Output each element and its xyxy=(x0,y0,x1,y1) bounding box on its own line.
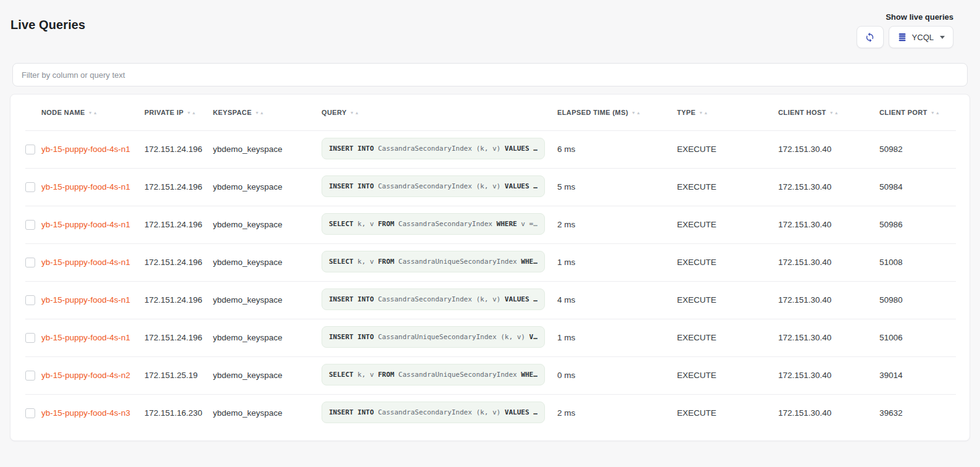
sql-keyword: SELECT xyxy=(329,371,354,379)
sql-text: CassandraUniqueSecondaryIndex (k, v) xyxy=(374,333,525,341)
topbar: Live Queries Show live queries xyxy=(0,0,980,48)
node-name-link[interactable]: yb-15-puppy-food-4s-n2 xyxy=(41,371,130,380)
column-header-node-name[interactable]: NODE NAME▼▲ xyxy=(41,95,144,130)
sql-keyword: INSERT INTO xyxy=(329,182,374,190)
column-header-client-port[interactable]: CLIENT PORT▼▲ xyxy=(879,95,956,130)
query-cell: SELECT k, v FROM CassandraSecondaryIndex… xyxy=(322,206,557,243)
query-chip: INSERT INTO CassandraUniqueSecondaryInde… xyxy=(322,326,545,348)
api-selector-value: YCQL xyxy=(912,33,934,42)
column-header-query[interactable]: QUERY▼▲ xyxy=(322,95,557,130)
sql-text: CassandraSecondaryIndex (k, v) xyxy=(374,182,500,190)
chevron-down-icon xyxy=(940,36,945,39)
query-cell: INSERT INTO CassandraSecondaryIndex (k, … xyxy=(322,168,557,206)
live-queries-table: NODE NAME▼▲PRIVATE IP▼▲KEYSPACE▼▲QUERY▼▲… xyxy=(25,95,956,432)
sql-keyword: INSERT INTO xyxy=(329,333,374,341)
node-name-cell: yb-15-puppy-food-4s-n1 xyxy=(41,319,144,356)
row-checkbox[interactable] xyxy=(25,408,35,418)
node-name-link[interactable]: yb-15-puppy-food-4s-n1 xyxy=(41,295,130,305)
sql-keyword: VALUES … xyxy=(500,295,538,303)
client-port-cell: 50982 xyxy=(879,130,956,168)
sql-keyword: V… xyxy=(525,333,538,341)
query-chip: INSERT INTO CassandraSecondaryIndex (k, … xyxy=(322,138,545,159)
table-row: yb-15-puppy-food-4s-n3172.151.16.230ybde… xyxy=(25,394,956,432)
sql-text: CassandraSecondaryIndex xyxy=(394,220,492,228)
column-header-type[interactable]: TYPE▼▲ xyxy=(677,95,778,130)
client-port-cell: 51006 xyxy=(879,319,956,356)
sort-icons[interactable]: ▼▲ xyxy=(88,111,98,115)
client-host-cell: 172.151.30.40 xyxy=(778,281,879,319)
sql-text: k, v xyxy=(354,371,374,379)
row-checkbox[interactable] xyxy=(25,145,35,154)
node-name-link[interactable]: yb-15-puppy-food-4s-n3 xyxy=(41,408,130,418)
toolbar: Show live queries YCQ xyxy=(857,12,953,48)
refresh-button[interactable] xyxy=(857,26,884,48)
keyspace-cell: ybdemo_keyspace xyxy=(213,356,322,394)
row-checkbox[interactable] xyxy=(25,333,35,343)
sql-keyword: VALUES … xyxy=(500,145,538,153)
column-header-label: ELAPSED TIME (MS) xyxy=(557,109,628,116)
query-chip: INSERT INTO CassandraSecondaryIndex (k, … xyxy=(322,175,545,197)
database-icon xyxy=(897,32,907,42)
sort-icons[interactable]: ▼▲ xyxy=(350,111,360,115)
row-checkbox[interactable] xyxy=(25,220,35,230)
column-header-label: PRIVATE IP xyxy=(144,109,184,116)
row-checkbox[interactable] xyxy=(25,182,35,192)
query-chip: INSERT INTO CassandraSecondaryIndex (k, … xyxy=(322,288,545,310)
node-name-cell: yb-15-puppy-food-4s-n1 xyxy=(41,130,144,168)
row-checkbox[interactable] xyxy=(25,258,35,267)
sort-icons[interactable]: ▼▲ xyxy=(255,111,265,115)
node-name-cell: yb-15-puppy-food-4s-n1 xyxy=(41,206,144,243)
queries-table-card: NODE NAME▼▲PRIVATE IP▼▲KEYSPACE▼▲QUERY▼▲… xyxy=(10,94,970,441)
column-header-label: CLIENT PORT xyxy=(879,109,928,116)
node-name-cell: yb-15-puppy-food-4s-n1 xyxy=(41,281,144,319)
node-name-link[interactable]: yb-15-puppy-food-4s-n1 xyxy=(41,333,130,342)
private-ip-cell: 172.151.24.196 xyxy=(144,281,213,319)
row-select-cell xyxy=(25,130,41,168)
column-header-private-ip[interactable]: PRIVATE IP▼▲ xyxy=(144,95,213,130)
row-checkbox[interactable] xyxy=(25,371,35,381)
client-host-cell: 172.151.30.40 xyxy=(778,168,879,206)
show-live-queries-label: Show live queries xyxy=(886,12,953,22)
node-name-link[interactable]: yb-15-puppy-food-4s-n1 xyxy=(41,182,130,191)
sort-icons[interactable]: ▼▲ xyxy=(631,111,641,115)
type-cell: EXECUTE xyxy=(677,394,778,432)
keyspace-cell: ybdemo_keyspace xyxy=(213,168,322,206)
sort-icons[interactable]: ▼▲ xyxy=(931,111,941,115)
row-select-cell xyxy=(25,281,41,319)
sort-icons[interactable]: ▼▲ xyxy=(829,111,839,115)
row-checkbox[interactable] xyxy=(25,295,35,305)
type-cell: EXECUTE xyxy=(677,243,778,281)
elapsed-time-cell: 5 ms xyxy=(557,168,677,206)
table-row: yb-15-puppy-food-4s-n1172.151.24.196ybde… xyxy=(25,243,956,281)
sql-text: CassandraUniqueSecondaryIndex xyxy=(394,371,517,379)
client-host-cell: 172.151.30.40 xyxy=(778,394,879,432)
sort-icons[interactable]: ▼▲ xyxy=(699,111,708,115)
column-header-label: QUERY xyxy=(322,109,347,116)
table-row: yb-15-puppy-food-4s-n2172.151.25.19ybdem… xyxy=(25,356,956,394)
page-title: Live Queries xyxy=(10,18,85,32)
sql-keyword: WHE… xyxy=(517,371,538,379)
sql-text: CassandraSecondaryIndex (k, v) xyxy=(374,145,500,153)
row-select-cell xyxy=(25,206,41,243)
table-header-row: NODE NAME▼▲PRIVATE IP▼▲KEYSPACE▼▲QUERY▼▲… xyxy=(25,95,956,130)
column-header-client-host[interactable]: CLIENT HOST▼▲ xyxy=(778,95,879,130)
column-header-label: KEYSPACE xyxy=(213,109,252,116)
query-chip: SELECT k, v FROM CassandraSecondaryIndex… xyxy=(322,213,545,235)
filter-input[interactable] xyxy=(12,63,968,86)
sort-icons[interactable]: ▼▲ xyxy=(187,111,197,115)
node-name-link[interactable]: yb-15-puppy-food-4s-n1 xyxy=(41,220,130,229)
query-cell: INSERT INTO CassandraSecondaryIndex (k, … xyxy=(322,281,557,319)
private-ip-cell: 172.151.25.19 xyxy=(144,356,213,394)
client-host-cell: 172.151.30.40 xyxy=(778,356,879,394)
sql-keyword: FROM xyxy=(374,220,394,228)
column-header-keyspace[interactable]: KEYSPACE▼▲ xyxy=(213,95,322,130)
row-select-cell xyxy=(25,356,41,394)
api-selector-dropdown[interactable]: YCQL xyxy=(889,26,953,48)
column-header-elapsed-time-ms[interactable]: ELAPSED TIME (MS)▼▲ xyxy=(557,95,677,130)
node-name-link[interactable]: yb-15-puppy-food-4s-n1 xyxy=(41,258,130,267)
query-cell: INSERT INTO CassandraUniqueSecondaryInde… xyxy=(322,319,557,356)
client-port-cell: 51008 xyxy=(879,243,956,281)
node-name-link[interactable]: yb-15-puppy-food-4s-n1 xyxy=(41,145,130,154)
query-cell: INSERT INTO CassandraSecondaryIndex (k, … xyxy=(322,130,557,168)
private-ip-cell: 172.151.24.196 xyxy=(144,168,213,206)
